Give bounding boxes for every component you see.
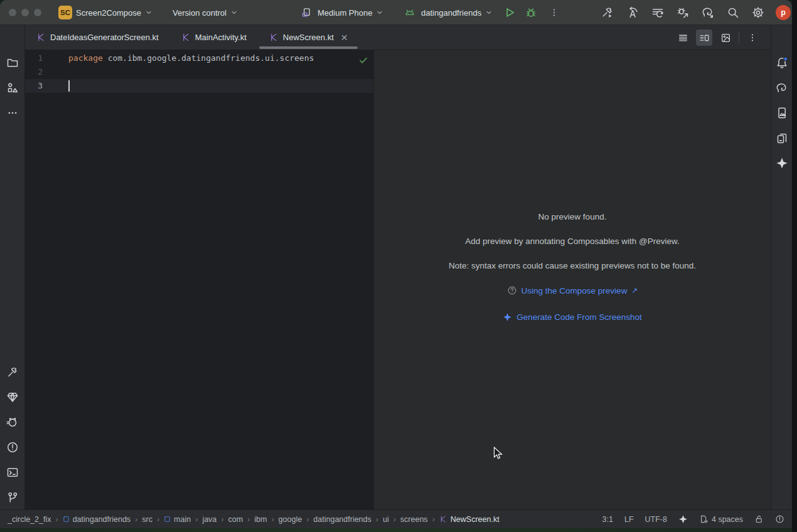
user-avatar[interactable]: p (776, 5, 791, 20)
breadcrumb-item[interactable]: java (202, 515, 217, 524)
breadcrumb-item[interactable]: screens (400, 515, 428, 524)
device-manager-icon[interactable] (771, 129, 792, 147)
more-tool-windows-icon[interactable] (0, 104, 25, 122)
breadcrumb-separator: › (247, 515, 250, 524)
compose-preview-help-link[interactable]: Using the Compose preview ↗ (507, 285, 638, 295)
code-editor[interactable]: 1 package com.ibm.google.datingandfriend… (25, 50, 373, 509)
breadcrumb-item[interactable]: main (174, 515, 191, 524)
breadcrumbs[interactable]: _circle_2_fix › datingandfriends › src ›… (8, 515, 500, 524)
keyword-package: package (68, 53, 103, 63)
build-tool-window-icon[interactable] (0, 363, 25, 381)
breadcrumb-item[interactable]: com (228, 515, 243, 524)
error-analysis-icon[interactable] (775, 514, 784, 524)
problems-icon[interactable] (0, 438, 25, 457)
encoding-widget[interactable]: UTF-8 (645, 515, 667, 524)
tab-label: NewScreen.kt (283, 33, 334, 42)
macos-traffic-lights[interactable] (9, 9, 41, 16)
breadcrumb-separator: › (376, 515, 378, 524)
code-line-1[interactable]: 1 package com.ibm.google.datingandfriend… (25, 51, 373, 65)
virtual-device-icon (299, 5, 314, 20)
attach-debugger-icon[interactable] (675, 5, 690, 20)
code-line-2[interactable]: 2 (25, 65, 373, 79)
git-branch-icon[interactable] (0, 488, 25, 507)
more-actions-button[interactable] (547, 0, 562, 25)
build-hammer-icon[interactable] (600, 5, 615, 20)
project-badge: SC (58, 6, 72, 19)
notifications-bell-icon[interactable] (771, 53, 792, 72)
gradle-sync-icon[interactable] (700, 5, 715, 20)
apply-changes-icon[interactable] (625, 5, 640, 20)
code-view-button[interactable] (675, 29, 691, 46)
desktop-edge-strip (792, 0, 797, 532)
breadcrumb-separator: › (432, 515, 435, 524)
code-line-3[interactable]: 3 (25, 79, 373, 93)
indent-widget[interactable]: 4 spaces (699, 514, 743, 524)
module-icon (63, 516, 70, 523)
tab-mainactivity[interactable]: MainActivity.kt (170, 25, 258, 50)
breadcrumb-item[interactable]: NewScreen.kt (451, 515, 500, 524)
run-configuration-selector[interactable]: datingandfriends (402, 0, 493, 25)
caret-position-widget[interactable]: 3:1 (602, 515, 613, 524)
preview-message-note: Note: syntax errors could cause existing… (374, 261, 771, 270)
project-folder-icon[interactable] (0, 53, 25, 72)
preview-more-options-button[interactable] (744, 29, 761, 46)
desktop-wallpaper-sliver (0, 528, 792, 532)
gemini-sparkle-icon[interactable] (771, 154, 792, 173)
help-link-label: Using the Compose preview (522, 286, 628, 295)
project-name: Screen2Compose (76, 8, 141, 18)
profiler-icon[interactable] (650, 5, 665, 20)
chevron-down-icon (485, 9, 493, 16)
left-tool-window-bar (0, 25, 25, 509)
zoom-window-icon[interactable] (34, 9, 41, 16)
design-view-button[interactable] (717, 29, 734, 46)
breadcrumb-item[interactable]: src (142, 515, 152, 524)
kotlin-file-icon (181, 33, 191, 42)
close-tab-icon[interactable]: ✕ (341, 33, 348, 42)
file-settings-icon (699, 514, 709, 524)
gradle-elephant-icon[interactable] (771, 78, 792, 97)
structure-shapes-icon[interactable] (0, 78, 25, 97)
toolbar-separator (739, 32, 739, 43)
breadcrumb-separator: › (195, 515, 198, 524)
search-everywhere-icon[interactable] (725, 5, 741, 20)
mouse-cursor (493, 447, 503, 463)
split-view-button[interactable] (696, 29, 712, 46)
debug-bug-icon (523, 5, 538, 20)
statusbar-widgets: 3:1 LF UTF-8 4 spaces (602, 514, 784, 524)
breadcrumb-separator: › (393, 515, 396, 524)
breadcrumb-item[interactable]: _circle_2_fix (8, 515, 51, 524)
terminal-icon[interactable] (0, 463, 25, 482)
breadcrumb-item[interactable]: ui (383, 515, 389, 524)
project-widget[interactable]: SC Screen2Compose (58, 0, 152, 25)
tab-dateideasgeneratorscreen[interactable]: DateIdeasGeneratorScreen.kt (25, 25, 170, 50)
module-icon (164, 516, 171, 523)
logcat-cat-icon[interactable] (0, 413, 25, 432)
breadcrumb-item[interactable]: google (279, 515, 302, 524)
tab-label: MainActivity.kt (195, 33, 247, 42)
inspections-ok-check-icon[interactable] (358, 55, 368, 65)
kotlin-file-icon (269, 33, 279, 42)
minimize-window-icon[interactable] (21, 9, 29, 16)
breadcrumb-item[interactable]: ibm (254, 515, 267, 524)
line-number: 3 (25, 79, 43, 93)
file-writable-unlock-icon[interactable] (754, 514, 764, 524)
ai-sparkle-icon[interactable] (678, 514, 688, 524)
chevron-down-icon (145, 9, 152, 16)
generate-code-from-screenshot-link[interactable]: Generate Code From Screenshot (503, 312, 642, 322)
run-button[interactable] (502, 0, 517, 25)
breadcrumb-item[interactable]: datingandfriends (313, 515, 371, 524)
kotlin-file-icon (36, 33, 46, 42)
question-circle-icon (507, 285, 517, 295)
chevron-down-icon (230, 9, 238, 16)
breadcrumb-separator: › (271, 515, 274, 524)
diamond-gem-icon[interactable] (0, 388, 25, 407)
breadcrumb-item[interactable]: datingandfriends (73, 515, 131, 524)
device-selector[interactable]: Medium Phone (299, 0, 383, 25)
line-ending-widget[interactable]: LF (624, 515, 634, 524)
tab-newscreen[interactable]: NewScreen.kt ✕ (258, 25, 360, 50)
debug-button[interactable] (523, 0, 538, 25)
version-control-widget[interactable]: Version control (173, 0, 238, 25)
settings-gear-icon[interactable] (751, 5, 766, 20)
close-window-icon[interactable] (9, 9, 16, 16)
running-devices-icon[interactable] (771, 104, 792, 122)
